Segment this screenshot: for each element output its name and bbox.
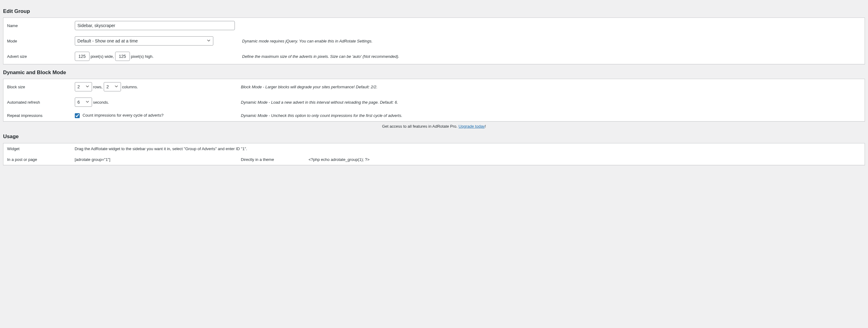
repeat-impressions-description: Dynamic Mode - Uncheck this option to on… (237, 110, 865, 121)
upgrade-link[interactable]: Upgrade today (459, 124, 485, 129)
rows-text: rows, (93, 85, 102, 89)
repeat-impressions-label: Repeat impressions (3, 110, 71, 121)
mode-description: Dynamic mode requires jQuery. You can en… (239, 33, 865, 48)
dynamic-block-heading: Dynamic and Block Mode (3, 69, 865, 76)
theme-label: Directly in a theme (237, 154, 305, 165)
dynamic-block-table: Block size 2 rows, 2 columns. Block Mode… (3, 79, 865, 122)
edit-group-table: Name Mode Default - Show one ad at a tim… (3, 18, 865, 64)
refresh-select[interactable]: 6 (75, 98, 92, 107)
usage-heading: Usage (3, 134, 865, 140)
block-size-description: Block Mode - Larger blocks will degrade … (237, 79, 865, 95)
edit-group-heading: Edit Group (3, 8, 865, 14)
mode-label: Mode (3, 33, 71, 48)
columns-text: columns. (122, 85, 138, 89)
repeat-impressions-option[interactable]: Count impressions for every cycle of adv… (75, 113, 164, 118)
repeat-impressions-checkbox[interactable] (75, 113, 80, 118)
automated-refresh-label: Automated refresh (3, 95, 71, 110)
usage-table: Widget Drag the AdRotate widget to the s… (3, 143, 865, 165)
pixels-wide-text: pixel(s) wide, (91, 54, 114, 59)
refresh-description: Dynamic Mode - Load a new advert in this… (237, 95, 865, 110)
upgrade-note: Get access to all features in AdRotate P… (3, 124, 865, 129)
pixels-high-text: pixel(s) high. (131, 54, 154, 59)
seconds-text: seconds. (93, 100, 109, 105)
block-cols-select[interactable]: 2 (104, 82, 121, 91)
post-shortcode: [adrotate group="1"] (71, 154, 237, 165)
advert-width-input[interactable] (75, 52, 90, 61)
widget-label: Widget (3, 143, 71, 154)
post-page-label: In a post or page (3, 154, 71, 165)
advert-size-description: Define the maximum size of the adverts i… (239, 48, 865, 64)
theme-code: <?php echo adrotate_group(1); ?> (305, 154, 865, 165)
advert-height-input[interactable] (115, 52, 130, 61)
upgrade-prefix: Get access to all features in AdRotate P… (382, 124, 459, 129)
upgrade-suffix: ! (485, 124, 486, 129)
repeat-impressions-text: Count impressions for every cycle of adv… (83, 113, 163, 118)
widget-instructions: Drag the AdRotate widget to the sidebar … (71, 143, 865, 154)
block-size-label: Block size (3, 79, 71, 95)
advert-size-label: Advert size (3, 48, 71, 64)
name-input[interactable] (75, 21, 235, 30)
block-rows-select[interactable]: 2 (75, 82, 92, 91)
name-label: Name (3, 18, 71, 34)
mode-select[interactable]: Default - Show one ad at a time (75, 36, 213, 45)
